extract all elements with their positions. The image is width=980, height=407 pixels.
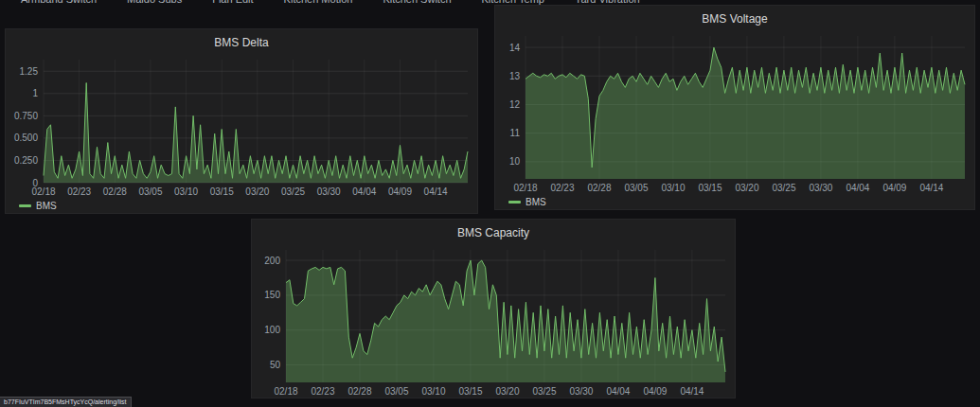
nav-item-armband-switch[interactable]: Armband Switch: [21, 0, 97, 7]
svg-text:03/10: 03/10: [174, 186, 198, 197]
svg-text:03/15: 03/15: [698, 183, 722, 193]
svg-text:0.500: 0.500: [14, 133, 38, 143]
svg-text:03/25: 03/25: [281, 186, 305, 197]
svg-text:04/04: 04/04: [352, 186, 376, 197]
nav-item-maido-subs[interactable]: Maido Subs: [127, 0, 182, 7]
svg-text:13: 13: [509, 71, 521, 81]
svg-text:04/04: 04/04: [606, 386, 630, 397]
panel-title[interactable]: BMS Delta: [6, 29, 477, 52]
svg-text:03/15: 03/15: [210, 186, 234, 197]
svg-text:150: 150: [264, 290, 280, 300]
svg-text:04/09: 04/09: [882, 183, 906, 193]
svg-text:03/10: 03/10: [661, 183, 685, 193]
svg-text:03/30: 03/30: [809, 183, 832, 193]
series-label: BMS: [36, 201, 57, 211]
svg-text:02/23: 02/23: [311, 386, 334, 397]
svg-text:100: 100: [264, 325, 280, 335]
svg-text:1: 1: [32, 88, 38, 98]
svg-text:14: 14: [509, 43, 521, 53]
nav-item-kitchen-switch[interactable]: Kitchen Switch: [383, 0, 451, 7]
browser-status-bar: b77FIuVTIm7B5FMsHTycYcQ/alerting/list: [0, 397, 132, 407]
svg-text:50: 50: [270, 360, 281, 370]
bms-voltage-chart[interactable]: 02/1802/2302/2803/0503/1003/1503/2003/25…: [495, 28, 974, 194]
panel-bms-capacity: BMS Capacity 02/1802/2302/2803/0503/1003…: [251, 219, 736, 398]
dashboard: Armband Switch Maido Subs Flan Edit Kitc…: [0, 0, 980, 407]
svg-text:12: 12: [509, 99, 521, 110]
svg-text:03/05: 03/05: [384, 386, 408, 397]
series-swatch: [19, 204, 31, 207]
svg-text:03/30: 03/30: [317, 186, 341, 197]
series-label: BMS: [526, 197, 546, 207]
panel-bms-voltage: BMS Voltage 02/1802/2302/2803/0503/1003/…: [494, 5, 975, 210]
svg-text:02/18: 02/18: [513, 183, 537, 193]
svg-text:03/20: 03/20: [495, 386, 519, 397]
svg-text:03/05: 03/05: [624, 183, 648, 193]
svg-text:04/04: 04/04: [846, 183, 869, 193]
svg-text:03/10: 03/10: [421, 386, 445, 397]
bms-delta-chart[interactable]: 02/1802/2302/2803/0503/1003/1503/2003/25…: [6, 52, 477, 198]
svg-text:10: 10: [509, 156, 521, 167]
svg-text:04/14: 04/14: [919, 183, 943, 193]
svg-text:04/09: 04/09: [388, 186, 412, 197]
svg-text:03/25: 03/25: [772, 183, 795, 193]
svg-text:02/28: 02/28: [587, 183, 611, 193]
series-swatch: [508, 201, 521, 204]
svg-text:200: 200: [264, 256, 280, 266]
panel-bms-delta: BMS Delta 02/1802/2302/2803/0503/1003/15…: [5, 28, 478, 214]
svg-text:03/20: 03/20: [735, 183, 758, 193]
svg-text:04/14: 04/14: [424, 186, 448, 197]
svg-text:04/09: 04/09: [643, 386, 667, 397]
svg-text:0.750: 0.750: [14, 111, 38, 121]
panel-title[interactable]: BMS Voltage: [495, 6, 974, 28]
bms-capacity-chart[interactable]: 02/1802/2302/2803/0503/1003/1503/2003/25…: [252, 242, 735, 398]
svg-text:02/28: 02/28: [347, 386, 371, 397]
legend[interactable]: BMS: [495, 194, 974, 209]
svg-text:0.250: 0.250: [14, 155, 38, 166]
svg-text:02/18: 02/18: [31, 186, 55, 197]
svg-text:03/15: 03/15: [458, 386, 482, 397]
svg-text:02/28: 02/28: [103, 186, 127, 197]
svg-text:0: 0: [32, 178, 38, 188]
svg-text:03/20: 03/20: [245, 186, 269, 197]
nav-item-kitchen-motion[interactable]: Kitchen Motion: [284, 0, 353, 7]
svg-text:02/23: 02/23: [67, 186, 91, 197]
panel-title[interactable]: BMS Capacity: [252, 220, 735, 242]
legend[interactable]: BMS: [6, 198, 477, 213]
nav-item-flan-edit[interactable]: Flan Edit: [212, 0, 253, 7]
svg-text:03/25: 03/25: [532, 386, 556, 397]
svg-text:1.25: 1.25: [20, 66, 39, 77]
svg-text:02/23: 02/23: [550, 183, 574, 193]
svg-text:03/30: 03/30: [569, 386, 593, 397]
svg-text:03/05: 03/05: [138, 186, 162, 197]
svg-text:11: 11: [510, 128, 521, 138]
svg-text:02/18: 02/18: [274, 386, 297, 397]
svg-text:04/14: 04/14: [680, 386, 704, 397]
